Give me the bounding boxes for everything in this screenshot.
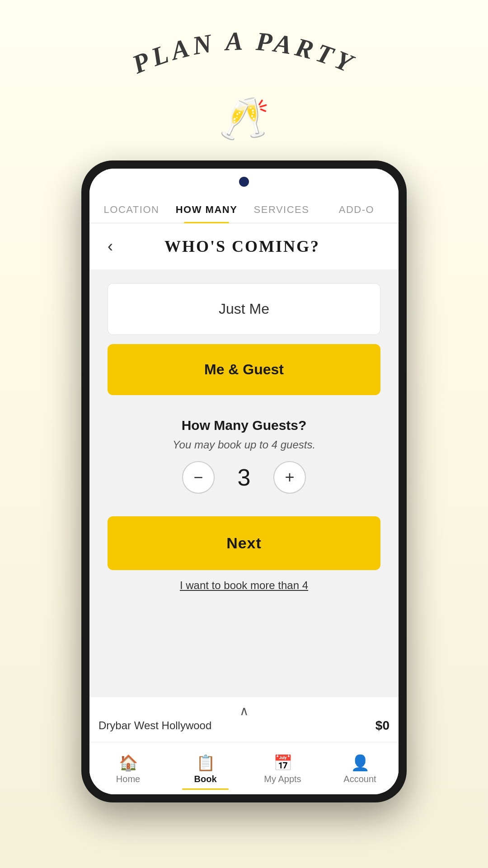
tab-home-label: Home — [116, 774, 140, 784]
chevron-up-icon: ∧ — [239, 704, 249, 718]
guest-count-value: 3 — [233, 464, 255, 491]
phone-screen: LOCATION HOW MANY SERVICES ADD-O ‹ WHO'S… — [89, 169, 399, 794]
price-tag: $0 — [375, 718, 389, 733]
options-section: Just Me Me & Guest — [89, 269, 399, 409]
back-button[interactable]: ‹ — [108, 237, 113, 256]
counter-row: − 3 + — [182, 461, 306, 494]
phone-frame: LOCATION HOW MANY SERVICES ADD-O ‹ WHO'S… — [81, 160, 407, 802]
nav-tabs: LOCATION HOW MANY SERVICES ADD-O — [89, 196, 399, 223]
page-header: PLAN A PARTY 🥂 — [0, 0, 488, 160]
tab-my-appts-label: My Appts — [264, 774, 301, 784]
camera-dot — [239, 177, 249, 187]
chevron-up-container: ∧ — [89, 697, 399, 718]
champagne-icon: 🥂 — [219, 95, 269, 142]
me-and-guest-button[interactable]: Me & Guest — [108, 344, 380, 395]
book-more-link[interactable]: I want to book more than 4 — [180, 579, 308, 592]
book-icon: 📋 — [196, 754, 215, 772]
home-icon: 🏠 — [119, 754, 138, 772]
tab-add-ons[interactable]: ADD-O — [319, 196, 394, 223]
guest-count-section: How Many Guests? You may book up to 4 gu… — [89, 409, 399, 507]
location-name: Drybar West Hollywood — [99, 719, 211, 732]
next-section: Next I want to book more than 4 — [89, 507, 399, 601]
location-bar: Drybar West Hollywood $0 — [89, 718, 399, 742]
tab-account[interactable]: 👤 Account — [321, 751, 399, 792]
account-icon: 👤 — [351, 754, 370, 772]
tab-bar: 🏠 Home 📋 Book 📅 My Appts 👤 Account — [89, 747, 399, 794]
just-me-button[interactable]: Just Me — [108, 283, 380, 335]
tab-active-indicator — [182, 788, 229, 790]
tab-book-label: Book — [194, 774, 217, 784]
svg-text:PLAN A PARTY: PLAN A PARTY — [127, 27, 360, 80]
decrement-button[interactable]: − — [182, 461, 215, 494]
guest-count-subtitle: You may book up to 4 guests. — [173, 439, 315, 451]
plan-a-party-title: PLAN A PARTY — [108, 27, 380, 90]
content-header: ‹ WHO'S COMING? — [89, 223, 399, 269]
screen-title: WHO'S COMING? — [122, 237, 380, 256]
next-button[interactable]: Next — [108, 516, 380, 570]
tab-account-label: Account — [343, 774, 376, 784]
increment-button[interactable]: + — [273, 461, 306, 494]
guest-count-title: How Many Guests? — [182, 418, 307, 433]
tab-home[interactable]: 🏠 Home — [89, 751, 167, 792]
tab-services[interactable]: SERVICES — [244, 196, 319, 223]
tab-my-appts[interactable]: 📅 My Appts — [244, 751, 321, 792]
my-appts-icon: 📅 — [273, 754, 292, 772]
tab-how-many[interactable]: HOW MANY — [169, 196, 244, 223]
phone-notch — [89, 169, 399, 196]
bottom-location-wrapper: ∧ Drybar West Hollywood $0 🏠 Home 📋 Book — [89, 697, 399, 794]
tab-location[interactable]: LOCATION — [94, 196, 169, 223]
tab-book[interactable]: 📋 Book — [167, 751, 244, 792]
main-content: ‹ WHO'S COMING? Just Me Me & Guest How M… — [89, 223, 399, 697]
tab-bar-divider — [89, 742, 399, 742]
